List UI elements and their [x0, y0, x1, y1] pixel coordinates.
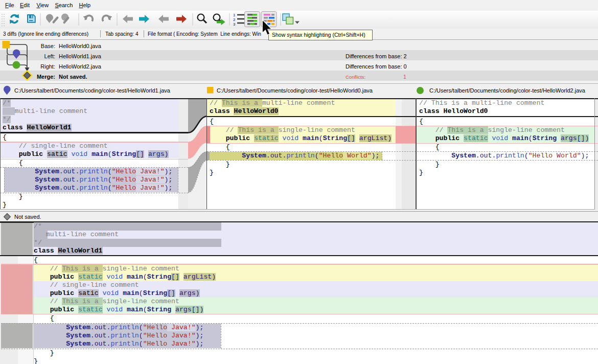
- svg-text:1: 1: [233, 13, 236, 17]
- svg-text:2: 2: [233, 17, 236, 22]
- svg-text:3: 3: [233, 22, 236, 27]
